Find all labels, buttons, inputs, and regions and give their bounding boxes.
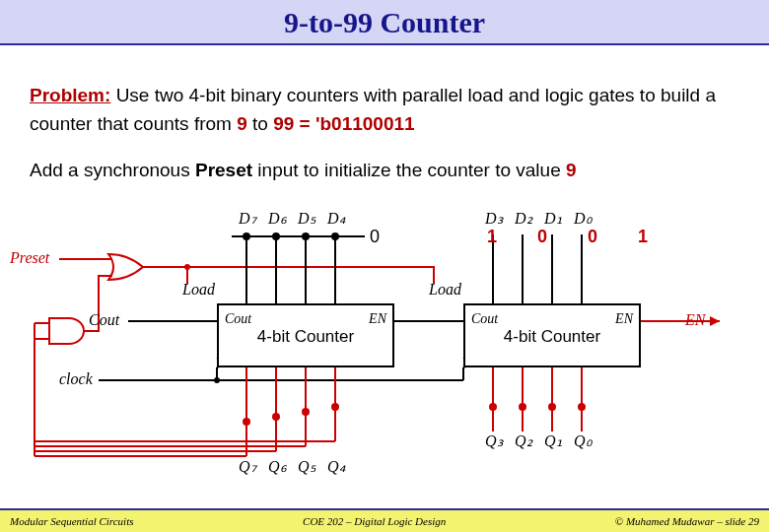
d3: D₃ [485,209,503,228]
svg-point-20 [332,404,338,410]
d5: D₅ [298,209,315,228]
problem-block: Problem: Use two 4-bit binary counters w… [0,45,769,185]
node-dot [214,377,220,383]
cout-pin: Cout [471,311,498,327]
nine: 9 [237,113,247,134]
counter-label: 4-bit Counter [257,327,354,346]
preset-paragraph: Add a synchronous Preset input to initia… [30,157,739,185]
q2: Q₂ [515,432,532,450]
node-dot [184,264,190,270]
svg-point-18 [303,409,309,415]
svg-point-28 [579,404,585,410]
load-left: Load [182,281,215,299]
preset-s1: Add a synchronous [30,160,195,180]
title-bar: 9-to-99 Counter [0,0,769,45]
page-title: 9-to-99 Counter [0,6,769,39]
q6: Q₆ [268,457,286,476]
svg-point-14 [244,419,249,425]
q0: Q₀ [574,432,592,450]
cout-pin: Cout [225,311,251,327]
footer-center: COE 202 – Digital Logic Design [303,515,446,527]
wire [143,267,187,284]
q-wires-right [490,367,585,432]
bits-low: 1 0 0 1 [487,227,665,247]
q7: Q₇ [239,457,256,476]
svg-point-24 [520,404,525,410]
d-wires-left [232,233,365,303]
q3: Q₃ [485,432,503,450]
wire [187,267,434,284]
svg-point-26 [549,404,555,410]
problem-paragraph: Problem: Use two 4-bit binary counters w… [30,82,739,138]
q4: Q₄ [327,457,345,476]
cout-ext: Cout [89,311,119,329]
d2: D₂ [515,209,532,228]
to-word: to [247,113,273,134]
footer: Modular Sequential Circuits COE 202 – Di… [0,508,769,532]
ninetynine: 99 = 'b01100011 [273,113,414,134]
counter-label: 4-bit Counter [504,327,600,346]
or-gate-icon [108,254,143,280]
circuit-diagram: Cout EN 4-bit Counter Cout EN 4-bit Coun… [30,205,739,481]
clock-label: clock [59,370,93,388]
counter-left: Cout EN 4-bit Counter [217,303,394,367]
arrow-icon [710,316,720,326]
and-gate-icon [49,318,84,344]
footer-right: © Muhamed Mudawar – slide 29 [615,515,759,527]
d0: D₀ [574,209,592,228]
load-right: Load [429,281,461,299]
svg-point-16 [273,414,279,420]
preset-label: Preset [10,249,49,267]
d1: D₁ [544,209,562,228]
en-pin: EN [369,311,386,327]
preset-word: Preset [195,160,252,180]
d4: D₄ [327,209,345,228]
problem-label: Problem: [30,85,110,105]
en-pin: EN [615,311,633,327]
q5: Q₅ [298,457,315,476]
zero-label: 0 [370,227,380,247]
d7: D₇ [239,209,256,228]
counter-right: Cout EN 4-bit Counter [463,303,641,367]
q1: Q₁ [544,432,562,450]
en-ext: EN [685,311,705,329]
preset-s2: input to initialize the counter to value [252,160,566,180]
d6: D₆ [268,209,286,228]
svg-point-22 [490,404,496,410]
preset-val: 9 [566,160,577,180]
footer-left: Modular Sequential Circuits [10,515,133,527]
